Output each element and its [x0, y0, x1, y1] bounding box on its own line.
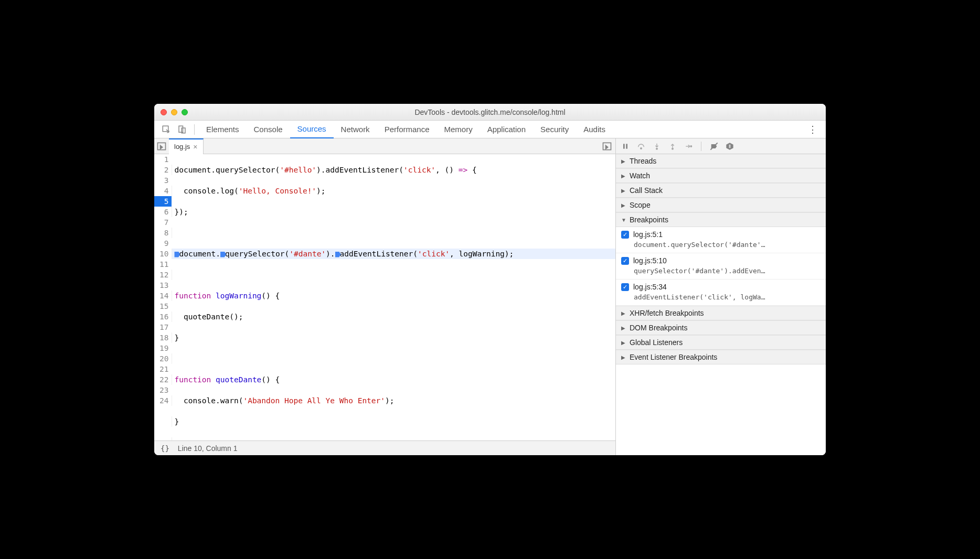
breakpoint-marker[interactable]	[174, 252, 180, 257]
cursor-position: Line 10, Column 1	[178, 444, 238, 453]
line-number-gutter[interactable]: 1234 5 678910 1112131415 1617181920 2122…	[154, 154, 172, 440]
breakpoint-checkbox[interactable]: ✓	[621, 231, 629, 239]
pretty-print-icon[interactable]: {}	[161, 444, 169, 453]
sources-subbar: log.js ×	[154, 138, 826, 154]
section-watch[interactable]: ▶Watch	[616, 168, 826, 183]
step-into-button[interactable]	[653, 142, 661, 150]
section-breakpoints[interactable]: ▼Breakpoints	[616, 212, 826, 227]
tab-console[interactable]: Console	[247, 121, 290, 138]
breakpoint-location: log.js:5:34	[633, 283, 667, 291]
breakpoint-marker[interactable]	[220, 252, 226, 257]
debugger-sidebar: ▶Threads ▶Watch ▶Call Stack ▶Scope ▼Brea…	[616, 154, 826, 455]
svg-rect-6	[626, 144, 627, 148]
tab-security[interactable]: Security	[533, 121, 576, 138]
separator	[701, 142, 701, 151]
step-out-button[interactable]	[668, 142, 677, 150]
svg-rect-1	[179, 126, 183, 132]
breakpoint-location: log.js:5:1	[633, 230, 663, 239]
breakpoint-location: log.js:5:10	[633, 256, 667, 265]
code-content[interactable]: document.querySelector('#hello').addEven…	[172, 154, 615, 440]
breakpoints-list: ✓log.js:5:1 document.querySelector('#dan…	[616, 227, 826, 306]
breakpoint-item[interactable]: ✓log.js:5:34 addEventListener('click', l…	[616, 280, 826, 306]
svg-point-8	[656, 148, 658, 149]
step-over-button[interactable]	[637, 142, 645, 150]
breakpoint-checkbox[interactable]: ✓	[621, 257, 629, 265]
file-tab-logjs[interactable]: log.js ×	[169, 138, 204, 154]
breakpoint-snippet: addEventListener('click', logWa…	[621, 291, 821, 301]
svg-point-7	[641, 147, 642, 149]
svg-rect-5	[623, 144, 625, 148]
devtools-window: DevTools - devtools.glitch.me/console/lo…	[154, 104, 826, 455]
deactivate-breakpoints-button[interactable]	[710, 142, 718, 150]
editor-statusbar: {} Line 10, Column 1	[154, 440, 615, 455]
tab-performance[interactable]: Performance	[377, 121, 437, 138]
tab-sources[interactable]: Sources	[290, 121, 334, 138]
pause-on-exceptions-button[interactable]	[726, 142, 734, 150]
tab-application[interactable]: Application	[480, 121, 533, 138]
breakpoint-snippet: querySelector('#dante').addEven…	[621, 265, 821, 275]
debugger-controls	[616, 138, 826, 154]
breakpoint-item[interactable]: ✓log.js:5:10 querySelector('#dante').add…	[616, 253, 826, 280]
separator	[194, 124, 195, 135]
close-icon[interactable]: ×	[193, 143, 197, 151]
breakpoint-checkbox[interactable]: ✓	[621, 283, 629, 291]
main-tabbar: Elements Console Sources Network Perform…	[154, 121, 826, 138]
inspect-icon[interactable]	[162, 125, 171, 134]
breakpoint-marker[interactable]	[335, 252, 341, 257]
breakpoint-item[interactable]: ✓log.js:5:1 document.querySelector('#dan…	[616, 227, 826, 253]
more-menu-icon[interactable]: ⋮	[804, 124, 822, 135]
main-panes: 1234 5 678910 1112131415 1617181920 2122…	[154, 154, 826, 455]
code-editor[interactable]: 1234 5 678910 1112131415 1617181920 2122…	[154, 154, 616, 455]
svg-point-9	[672, 148, 674, 149]
svg-rect-13	[730, 144, 730, 148]
section-call-stack[interactable]: ▶Call Stack	[616, 183, 826, 198]
section-scope[interactable]: ▶Scope	[616, 198, 826, 212]
tab-elements[interactable]: Elements	[199, 121, 247, 138]
titlebar: DevTools - devtools.glitch.me/console/lo…	[154, 104, 826, 121]
debugger-toggle-icon[interactable]	[602, 141, 612, 152]
section-xhr-breakpoints[interactable]: ▶XHR/fetch Breakpoints	[616, 306, 826, 320]
section-event-listener-breakpoints[interactable]: ▶Event Listener Breakpoints	[616, 350, 826, 364]
section-threads[interactable]: ▶Threads	[616, 154, 826, 168]
tab-audits[interactable]: Audits	[576, 121, 613, 138]
tab-memory[interactable]: Memory	[437, 121, 480, 138]
file-tab-label: log.js	[174, 143, 190, 150]
device-toggle-icon[interactable]	[177, 125, 187, 134]
section-global-listeners[interactable]: ▶Global Listeners	[616, 335, 826, 350]
pause-button[interactable]	[621, 142, 630, 150]
svg-point-10	[690, 145, 692, 147]
tab-network[interactable]: Network	[334, 121, 377, 138]
section-dom-breakpoints[interactable]: ▶DOM Breakpoints	[616, 320, 826, 335]
step-button[interactable]	[684, 142, 693, 150]
breakpoint-snippet: document.querySelector('#dante'…	[621, 239, 821, 249]
svg-rect-12	[729, 144, 730, 148]
navigator-toggle-icon[interactable]	[156, 141, 167, 152]
window-title: DevTools - devtools.glitch.me/console/lo…	[154, 108, 826, 116]
